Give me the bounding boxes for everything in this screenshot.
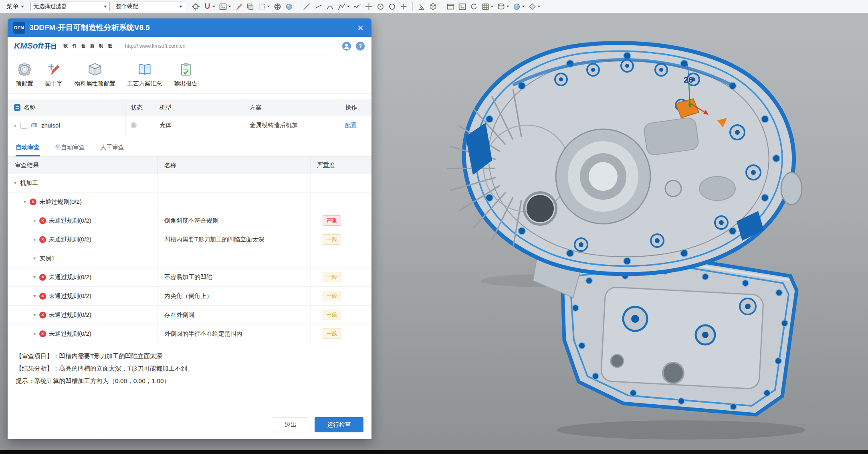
result-tree-row[interactable]: ▾机加工 xyxy=(8,174,371,193)
material-preconfig-button[interactable]: 物料属性预配置 xyxy=(75,61,115,87)
expander-icon[interactable]: ▾ xyxy=(14,123,16,128)
expander-icon[interactable]: ▾ xyxy=(14,180,16,186)
status-icon xyxy=(131,122,137,128)
globe-view-icon[interactable] xyxy=(273,2,283,12)
expander-icon[interactable]: ▾ xyxy=(33,255,36,261)
snapshot-icon[interactable] xyxy=(457,2,467,12)
draw-cross-button[interactable]: 画十字 xyxy=(45,61,63,87)
result-tree-row[interactable]: ▾×未通过规则(0/2)内尖角（倒角上）一般 xyxy=(8,287,371,306)
snap-point-icon[interactable] xyxy=(202,2,216,12)
result-label: 未通过规则(0/2) xyxy=(49,236,91,243)
clip-section-icon[interactable] xyxy=(245,2,255,12)
expander-icon[interactable]: ▾ xyxy=(33,218,36,223)
machine-type: 壳体 xyxy=(159,122,172,129)
chevron-down-icon xyxy=(104,6,107,8)
result-tree-row[interactable]: ▾×未通过规则(0/2)外倒圆的半径不在给定范围内一般 xyxy=(8,324,371,343)
view-image-icon[interactable] xyxy=(218,2,232,12)
expander-icon[interactable]: ▾ xyxy=(33,312,36,318)
gear-icon xyxy=(16,61,32,77)
result-tree-row[interactable]: ▾×未通过规则(0/2)凹槽内需要T形刀加工的凹陷立面太深一般 xyxy=(8,230,371,249)
refresh-view-icon[interactable] xyxy=(469,2,479,12)
review-tabs: 自动审查 半自动审查 人工审查 xyxy=(8,139,371,157)
tool-label: 画十字 xyxy=(45,80,63,87)
expander-icon[interactable]: ▾ xyxy=(24,199,26,205)
result-tree-row[interactable]: ▾×未通过规则(0/2)存在外倒圆一般 xyxy=(8,306,371,324)
datum-display-icon[interactable] xyxy=(496,2,510,12)
workflow-icon[interactable] xyxy=(527,2,541,12)
close-icon[interactable]: × xyxy=(355,22,366,33)
toolbar-separator xyxy=(298,2,298,11)
dfm-dialog: DFM 3DDFM-开目可制造性分析系统V8.5 × KMSoft 开目 软 件… xyxy=(8,18,371,439)
render-style-icon[interactable] xyxy=(512,2,526,12)
exit-button[interactable]: 退出 xyxy=(273,417,308,432)
result-tree-row[interactable]: ▾×未通过规则(0/2)倒角斜度不符合规则严重 xyxy=(8,211,371,230)
menu-button[interactable]: 菜单 xyxy=(3,2,27,12)
scope-dropdown[interactable]: 整个装配 xyxy=(113,2,185,11)
brand-en: KMSoft xyxy=(14,41,43,51)
rule-name: 倒角斜度不符合规则 xyxy=(164,217,218,225)
selection-filter-dropdown[interactable]: 无选择过滤器 xyxy=(30,2,110,11)
result-tree-row[interactable]: ▾实例1 xyxy=(8,249,371,268)
row-checkbox[interactable] xyxy=(20,122,27,129)
col-review-result: 审查结果 xyxy=(15,162,39,169)
paint-style-icon[interactable] xyxy=(234,2,244,12)
tool-label: 工艺方案汇总 xyxy=(127,80,162,87)
help-icon[interactable]: ? xyxy=(355,41,365,51)
pencil-cross-icon xyxy=(46,61,62,77)
preconfig-button[interactable]: 预配置 xyxy=(16,61,33,87)
result-label: 机加工 xyxy=(20,179,38,187)
col-status: 状态 xyxy=(131,104,143,111)
polyline-tool-icon[interactable] xyxy=(337,2,351,12)
col-plan: 方案 xyxy=(250,104,262,111)
tool-label: 物料属性预配置 xyxy=(75,80,115,87)
result-tree-row[interactable]: ▾×未通过规则(0/2)不容易加工的凹陷一般 xyxy=(8,268,371,287)
model-row[interactable]: ▾ zhuisol 壳体 金属模铸造后机加 配置 xyxy=(8,116,371,135)
line-segment-icon[interactable] xyxy=(313,2,323,12)
point-tool-icon[interactable] xyxy=(399,2,409,12)
configure-link[interactable]: 配置 xyxy=(345,122,357,129)
rectangle-select-icon[interactable] xyxy=(257,2,271,12)
rule-name: 外倒圆的半径不在给定范围内 xyxy=(164,330,242,338)
result-tree-row[interactable]: ▾×未通过规则(0/2) xyxy=(8,193,371,211)
brand-tagline: 软 件 创 新 制 造 xyxy=(63,43,113,49)
move-tool-icon[interactable] xyxy=(364,2,374,12)
arc-tool-icon[interactable] xyxy=(325,2,335,12)
select-all-icon[interactable] xyxy=(14,104,20,111)
result-label: 未通过规则(0/2) xyxy=(49,311,91,319)
measure-tool-icon[interactable] xyxy=(416,2,426,12)
spline-tool-icon[interactable] xyxy=(352,2,362,12)
detail-line-3: 提示：系统计算的凹槽加工方向为（0.00，0.00，1.00） xyxy=(16,375,363,387)
touch-select-icon[interactable] xyxy=(191,2,201,12)
error-icon: × xyxy=(39,293,46,300)
results-table-header: 审查结果 名称 严重度 xyxy=(8,157,371,174)
expander-icon[interactable]: ▾ xyxy=(33,274,36,280)
col-action: 操作 xyxy=(345,104,357,111)
window-layout-icon[interactable] xyxy=(446,2,456,12)
detail-line-2: 【结果分析】：高亮的凹槽的立面太深，T形刀可能都加工不到。 xyxy=(16,362,363,375)
scope-value: 整个装配 xyxy=(116,3,138,10)
ellipse-tool-icon[interactable] xyxy=(387,2,397,12)
tab-semi-auto-review[interactable]: 半自动审查 xyxy=(55,139,85,156)
dialog-titlebar[interactable]: DFM 3DDFM-开目可制造性分析系统V8.5 × xyxy=(8,18,371,37)
circle-tool-icon[interactable] xyxy=(375,2,386,12)
grid-display-icon[interactable] xyxy=(480,2,495,12)
detail-panel: 【审查项目】：凹槽内需要T形刀加工的凹陷立面太深 【结果分析】：高亮的凹槽的立面… xyxy=(8,343,371,416)
shaded-view-icon[interactable] xyxy=(284,2,294,12)
box-tool-icon[interactable] xyxy=(428,2,438,12)
website-link[interactable]: http:// www.kmsoft.com.cn xyxy=(125,43,186,49)
line-tool-icon[interactable] xyxy=(302,2,312,12)
menu-label: 菜单 xyxy=(6,3,18,10)
tab-manual-review[interactable]: 人工审查 xyxy=(100,139,124,156)
expander-icon[interactable]: ▾ xyxy=(33,237,36,242)
process-summary-button[interactable]: 工艺方案汇总 xyxy=(127,61,162,87)
report-icon xyxy=(178,61,194,77)
user-icon[interactable] xyxy=(342,41,351,51)
result-label: 未通过规则(0/2) xyxy=(39,198,82,206)
expander-icon[interactable]: ▾ xyxy=(33,293,36,299)
tab-auto-review[interactable]: 自动审查 xyxy=(16,139,40,156)
run-check-button[interactable]: 运行检查 xyxy=(315,417,363,432)
output-report-button[interactable]: 输出报告 xyxy=(174,61,198,87)
expander-icon[interactable]: ▾ xyxy=(33,331,36,336)
severity-badge: 一般 xyxy=(323,328,341,339)
error-icon: × xyxy=(39,312,46,318)
